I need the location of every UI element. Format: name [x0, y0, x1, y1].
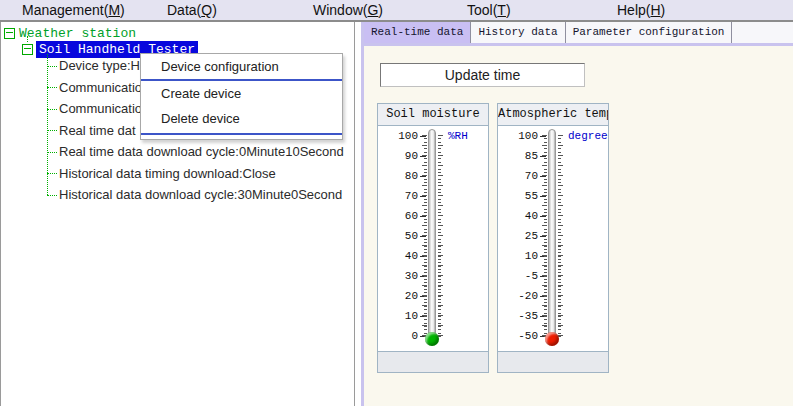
gauge-scale-label: 70: [498, 169, 538, 183]
context-menu-item-create-device[interactable]: Create device: [141, 81, 342, 106]
tree-child-row[interactable]: Real time data download cycle:0Minute10S…: [1, 141, 353, 163]
menu-item-text: Tool(: [467, 2, 497, 18]
gauge-scale-label: -5: [498, 269, 538, 283]
menu-item-management[interactable]: Management(M): [22, 0, 125, 20]
menu-item-data[interactable]: Data(Q): [167, 0, 217, 20]
gauge-soil-moisture: Soil moisture1009080706050403020100%RH: [377, 103, 489, 373]
menu-item-tool[interactable]: Tool(T): [467, 0, 511, 20]
menu-item-accelerator: M: [108, 2, 120, 18]
gauge-title: Soil moisture: [378, 104, 488, 126]
gauge-scale-label: 60: [378, 209, 418, 223]
gauge-scale-label: 90: [378, 149, 418, 163]
gauge-scale-label: -50: [498, 329, 538, 343]
menu-item-text: Data(: [167, 2, 201, 18]
gauge-thermometer-area: 100857055402510-5-20-35-50degree: [498, 126, 608, 352]
gauge-thermometer-area: 1009080706050403020100%RH: [378, 126, 488, 352]
thermometer-tube: [548, 129, 556, 339]
gauge-scale-label: 40: [498, 209, 538, 223]
menu-bar: Management(M)Data(Q)Window(G)Tool(T)Help…: [0, 0, 793, 22]
menu-item-text: Management(: [22, 2, 108, 18]
collapse-box-icon[interactable]: [22, 44, 33, 55]
menu-item-text: ): [212, 2, 217, 18]
gauge-tick-ruler-left: [542, 135, 547, 337]
gauge-scale-label: 0: [378, 329, 418, 343]
gauge-footer: [378, 352, 488, 372]
tab-real-time-data[interactable]: Real-time data: [364, 22, 471, 43]
gauge-scale-label: 10: [498, 249, 538, 263]
tab-history-data[interactable]: History data: [471, 22, 565, 43]
tree-root-label[interactable]: Weather station: [19, 26, 136, 41]
gauge-scale-label: 40: [378, 249, 418, 263]
menu-item-text: ): [661, 2, 666, 18]
gauge-scale-label: -35: [498, 309, 538, 323]
gauge-scale-label: 10: [378, 309, 418, 323]
gauge-scale-label: 25: [498, 229, 538, 243]
realtime-data-content: Update time Soil moisture100908070605040…: [364, 46, 793, 406]
tab-strip: Real-time dataHistory dataParameter conf…: [364, 22, 793, 43]
context-menu: Device configurationCreate deviceDelete …: [140, 53, 343, 140]
gauge-tick-ruler-right: [558, 135, 563, 337]
gauge-scale-label: 20: [378, 289, 418, 303]
tree-child-row[interactable]: Historical data timing download:Close: [1, 163, 353, 185]
menu-item-accelerator: G: [367, 2, 378, 18]
collapse-box-icon[interactable]: [4, 28, 15, 39]
thermometer-bulb: [425, 332, 439, 346]
menu-item-text: ): [378, 2, 383, 18]
tree-child-label: Communicatio: [59, 101, 142, 116]
gauge-unit-label: degree: [568, 130, 608, 142]
menu-item-text: Window(: [313, 2, 367, 18]
tree-child-label: Communicatio: [59, 80, 142, 95]
menu-item-window[interactable]: Window(G): [313, 0, 383, 20]
menu-item-help[interactable]: Help(H): [617, 0, 665, 20]
menu-item-accelerator: Q: [201, 2, 212, 18]
tree-child-label: Real time data download cycle:0Minute10S…: [59, 144, 344, 159]
tree-child-label: Historical data timing download:Close: [59, 166, 276, 181]
tree-child-label: Historical data download cycle:30Minute0…: [59, 187, 342, 202]
gauge-scale-label: 55: [498, 189, 538, 203]
gauge-scale-label: 100: [498, 129, 538, 143]
menu-item-text: ): [506, 2, 511, 18]
gauge-scale-label: 50: [378, 229, 418, 243]
gauge-scale-label: 85: [498, 149, 538, 163]
menu-item-text: ): [120, 2, 125, 18]
thermometer-bulb: [545, 332, 559, 346]
menu-item-accelerator: H: [650, 2, 660, 18]
context-menu-bottom-rule: [141, 133, 342, 135]
menu-item-text: Help(: [617, 2, 650, 18]
menu-item-accelerator: T: [497, 2, 506, 18]
gauge-atmospheric-temperature: Atmospheric temperature100857055402510-5…: [497, 103, 609, 373]
gauge-tick-ruler-left: [422, 135, 427, 337]
tree-node-weather-station[interactable]: Weather station: [4, 26, 136, 41]
gauge-tick-ruler-right: [438, 135, 443, 337]
tree-child-label: Real time dat: [59, 123, 136, 138]
tree-child-row[interactable]: Historical data download cycle:30Minute0…: [1, 184, 353, 206]
right-panel: Real-time dataHistory dataParameter conf…: [361, 22, 793, 406]
gauge-title: Atmospheric temperature: [498, 104, 608, 126]
tab-parameter-configuration[interactable]: Parameter configuration: [566, 22, 733, 43]
gauge-unit-label: %RH: [448, 130, 468, 142]
context-menu-item-delete-device[interactable]: Delete device: [141, 106, 342, 131]
thermometer-tube: [428, 129, 436, 339]
gauge-scale-label: -20: [498, 289, 538, 303]
update-time-button[interactable]: Update time: [380, 63, 585, 87]
context-menu-item-device-configuration[interactable]: Device configuration: [141, 54, 342, 79]
tree-child-label: Device type:H: [59, 58, 140, 73]
gauge-scale-label: 100: [378, 129, 418, 143]
gauge-scale-label: 80: [378, 169, 418, 183]
gauge-footer: [498, 352, 608, 372]
gauge-scale-label: 70: [378, 189, 418, 203]
gauge-scale-label: 30: [378, 269, 418, 283]
